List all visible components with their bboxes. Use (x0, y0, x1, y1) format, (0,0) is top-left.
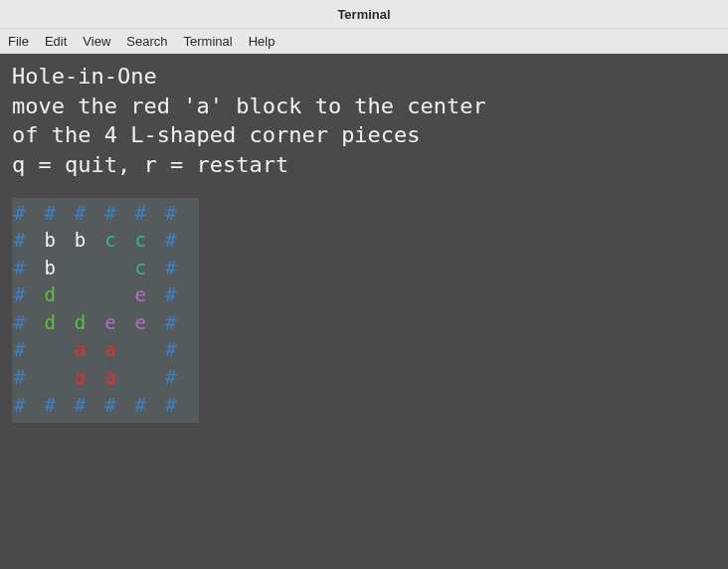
board-row: #b c# (14, 255, 195, 283)
game-title: Hole-in-One (12, 62, 716, 92)
game-instructions-2: of the 4 L-shaped corner pieces (12, 120, 716, 150)
cell-e: e (135, 282, 165, 309)
board-row: #bbcc# (14, 227, 195, 255)
cell-wall: # (14, 364, 44, 392)
menu-file[interactable]: File (8, 34, 29, 49)
cell-empty (104, 282, 134, 309)
cell-c: c (104, 227, 134, 255)
cell-empty (75, 282, 104, 309)
cell-empty (44, 364, 74, 392)
cell-a: a (75, 336, 104, 364)
cell-wall: # (165, 309, 195, 337)
cell-wall: # (14, 282, 44, 309)
game-controls: q = quit, r = restart (12, 150, 716, 180)
board-row: #ddee# (14, 309, 195, 337)
cell-wall: # (44, 200, 74, 228)
cell-a: a (75, 364, 104, 392)
cell-wall: # (135, 392, 165, 420)
cell-c: c (135, 255, 165, 283)
window-titlebar: Terminal (0, 0, 728, 28)
cell-d: d (44, 309, 74, 337)
cell-empty (75, 255, 104, 283)
cell-wall: # (75, 200, 104, 228)
menu-help[interactable]: Help (249, 34, 275, 49)
cell-d: d (75, 309, 104, 337)
cell-a: a (104, 336, 134, 364)
cell-wall: # (165, 227, 195, 255)
cell-wall: # (14, 309, 44, 337)
cell-b: b (75, 227, 104, 255)
cell-wall: # (14, 392, 44, 420)
board-row: #d e# (14, 282, 195, 309)
cell-wall: # (165, 282, 195, 309)
cell-wall: # (165, 364, 195, 392)
board-row: ###### (14, 200, 195, 228)
cell-wall: # (135, 200, 165, 228)
menu-edit[interactable]: Edit (45, 34, 67, 49)
board-row: # aa # (14, 364, 195, 392)
window-title: Terminal (337, 7, 390, 22)
cell-wall: # (165, 255, 195, 283)
cell-e: e (104, 309, 134, 337)
cell-c: c (135, 227, 165, 255)
menu-search[interactable]: Search (126, 34, 167, 49)
menu-view[interactable]: View (83, 34, 110, 49)
cell-wall: # (14, 200, 44, 228)
menubar: File Edit View Search Terminal Help (0, 28, 728, 54)
cell-empty (135, 364, 165, 392)
cell-wall: # (165, 392, 195, 420)
cell-wall: # (104, 200, 134, 228)
cell-wall: # (165, 200, 195, 228)
cell-empty (44, 336, 74, 364)
cell-wall: # (75, 392, 104, 420)
cell-wall: # (104, 392, 134, 420)
board-row: ###### (14, 392, 195, 420)
cell-wall: # (14, 255, 44, 283)
cell-e: e (135, 309, 165, 337)
cell-wall: # (44, 392, 74, 420)
cell-b: b (44, 255, 74, 283)
cell-wall: # (14, 227, 44, 255)
terminal-output[interactable]: Hole-in-One move the red 'a' block to th… (0, 54, 728, 431)
cell-empty (135, 336, 165, 364)
cell-empty (104, 255, 134, 283)
game-board: #######bbcc##b c##d e##ddee## aa ## aa #… (12, 198, 199, 423)
menu-terminal[interactable]: Terminal (184, 34, 233, 49)
game-intro: Hole-in-One move the red 'a' block to th… (12, 62, 716, 180)
cell-a: a (104, 364, 134, 392)
cell-d: d (44, 282, 74, 309)
game-instructions-1: move the red 'a' block to the center (12, 92, 716, 121)
cell-b: b (44, 227, 74, 255)
cell-wall: # (165, 336, 195, 364)
board-row: # aa # (14, 336, 195, 364)
cell-wall: # (14, 336, 44, 364)
